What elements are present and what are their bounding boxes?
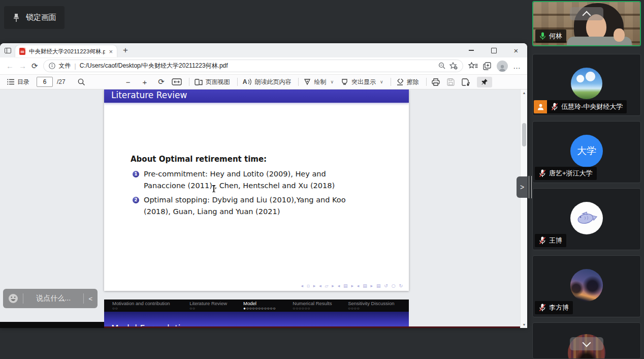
divider — [83, 293, 84, 304]
url-scheme-label: 文件 — [59, 62, 71, 70]
chat-quick-bar[interactable]: 说点什么... < — [3, 289, 98, 308]
avatar — [570, 202, 603, 234]
participant-name-badge: 何林 — [535, 29, 566, 43]
section-dots: ●○○○○○○○○○○ — [243, 306, 293, 311]
fish-avatar-drawing — [575, 211, 598, 226]
rotate-button[interactable]: ⟳ — [158, 77, 165, 86]
participant-tile-partial[interactable] — [532, 322, 641, 359]
chat-input-placeholder[interactable]: 说点什么... — [28, 294, 79, 303]
emoji-icon[interactable] — [8, 293, 18, 304]
panel-collapse-handle[interactable]: > — [517, 176, 528, 198]
bullet-text: Optimal stopping: Dybvig and Liu (2010),… — [144, 194, 352, 218]
browser-tab-bar: 中央财经大学20211223何林.pdf × + × — [0, 43, 527, 57]
scrollbar-down-icon[interactable]: ▼ — [521, 323, 527, 326]
participant-tile-wangbo[interactable]: 王博 — [532, 188, 641, 250]
panel-drag-grip[interactable] — [529, 176, 532, 198]
page-number-input[interactable] — [37, 77, 53, 87]
back-button[interactable]: ← — [6, 62, 14, 70]
beamer-nav-symbols: ◂ ▫ ▸ ◂ ▱ ▸ ◂ ▤ ▸ ◂ ▤ ▸ ▤ ↺ ○ ↻ — [301, 283, 404, 288]
text-cursor-pointer — [213, 185, 214, 192]
erase-button[interactable]: 擦除 — [396, 78, 419, 86]
next-slide-title-bar: Model Formulation — [104, 312, 409, 327]
participant-name-badge: 李方博 — [535, 301, 573, 314]
scrollbar-up-icon[interactable]: ▲ — [521, 91, 527, 95]
tab-close-icon[interactable]: × — [109, 48, 113, 55]
toolbar-pin-button[interactable] — [477, 77, 492, 87]
highlight-button[interactable]: 突出显示 ∨ — [341, 78, 383, 86]
profile-avatar[interactable] — [497, 61, 508, 72]
mic-muted-icon — [551, 103, 558, 111]
search-icon[interactable] — [78, 78, 85, 86]
participant-name: 王博 — [549, 236, 562, 245]
avatar — [570, 269, 603, 302]
scroll-participants-up-button[interactable] — [570, 7, 603, 20]
participant-name: 李方博 — [549, 303, 569, 312]
bullet-item: 2 Optimal stopping: Dybvig and Liu (2010… — [133, 194, 352, 218]
browser-menu-icon[interactable]: … — [513, 62, 521, 70]
pdf-scrollbar[interactable]: ▲ ▼ — [520, 89, 527, 328]
scroll-participants-down-button[interactable] — [570, 337, 603, 350]
window-maximize-button[interactable] — [482, 43, 505, 57]
collections-icon[interactable] — [483, 62, 492, 70]
section-dots: ○○○○○○ — [293, 306, 348, 311]
add-favorite-star-icon[interactable] — [449, 62, 458, 70]
highlight-dropdown-icon[interactable]: ∨ — [380, 79, 383, 84]
chevron-up-icon — [583, 11, 591, 20]
participant-name: 伍慧玲-中央财经大学 — [561, 102, 623, 111]
favorites-bar-icon[interactable] — [468, 62, 478, 70]
pen-icon — [304, 78, 311, 85]
sound-waves-icon — [248, 79, 251, 85]
chat-collapse-icon[interactable]: < — [88, 295, 92, 303]
mic-muted-icon — [539, 169, 546, 177]
zoom-page-icon[interactable] — [438, 62, 446, 70]
new-tab-button[interactable]: + — [123, 45, 128, 55]
participant-name: 何林 — [549, 32, 562, 41]
window-minimize-button[interactable] — [460, 43, 482, 57]
slide-page-7-top: Motivation and contribution ○○ Literatur… — [104, 300, 409, 327]
toc-button[interactable]: 目录 — [7, 78, 29, 86]
lock-screen-button[interactable]: 锁定画面 — [4, 6, 65, 29]
section-model: Model ●○○○○○○○○○○ — [243, 301, 293, 312]
mic-muted-icon — [539, 304, 546, 312]
participant-tile-lifangbo[interactable]: 李方博 — [532, 255, 641, 317]
participant-name-badge: 唐艺+浙江大学 — [535, 167, 597, 180]
divider — [23, 293, 23, 304]
info-icon — [49, 63, 55, 69]
participant-tile-wuhuiling[interactable]: 伍慧玲-中央财经大学 — [532, 54, 641, 116]
print-icon[interactable] — [432, 78, 440, 86]
reload-button[interactable]: ⟳ — [31, 62, 38, 71]
toc-icon — [7, 79, 14, 85]
host-badge-icon — [534, 100, 547, 113]
save-as-icon[interactable] — [462, 78, 470, 86]
url-divider: | — [75, 63, 76, 70]
page-view-button[interactable]: 页面视图 — [195, 78, 230, 86]
section-dots: ○○ — [189, 306, 243, 311]
section-numerical-results: Numerical Results ○○○○○○ — [293, 301, 348, 312]
participant-tile-helin[interactable]: 何林 — [532, 1, 641, 46]
bullet-number: 1 — [133, 171, 139, 177]
url-field[interactable]: 文件 | C:/Users/caof/Desktop/中央财经大学2021122… — [43, 59, 463, 72]
participants-panel: 何林 伍慧玲-中央财经大学 大学 — [532, 0, 644, 359]
participant-tile-tangyi[interactable]: 大学 唐艺+浙江大学 — [532, 121, 641, 183]
chevron-down-icon — [583, 339, 591, 347]
window-close-button[interactable]: × — [505, 43, 527, 57]
lock-screen-label: 锁定画面 — [26, 13, 56, 22]
section-dots: ○○○○ — [348, 306, 403, 311]
fit-width-icon[interactable] — [172, 78, 182, 85]
section-dots: ○○ — [112, 306, 189, 311]
draw-dropdown-icon[interactable]: ∨ — [330, 79, 334, 84]
page-view-icon — [195, 79, 203, 85]
draw-button[interactable]: 绘制 ∨ — [304, 78, 334, 86]
scrollbar-thumb[interactable] — [522, 123, 526, 146]
forward-button[interactable]: → — [19, 62, 26, 70]
viewer-bottom-shade — [0, 322, 104, 328]
read-aloud-button[interactable]: A 朗读此页内容 — [243, 78, 292, 86]
zoom-in-button[interactable]: + — [142, 78, 147, 86]
browser-tab[interactable]: 中央财经大学20211223何林.pdf × — [15, 45, 117, 57]
section-sensitivity: Sensitivity Discussion ○○○○ — [348, 301, 403, 312]
tab-layout-icon[interactable] — [0, 48, 15, 53]
avatar-text: 大学 — [577, 144, 596, 158]
participant-name: 唐艺+浙江大学 — [549, 169, 593, 178]
zoom-out-button[interactable]: − — [126, 78, 131, 86]
bullet-text: Pre-commitment: Hey and Lotito (2009), H… — [144, 168, 352, 192]
